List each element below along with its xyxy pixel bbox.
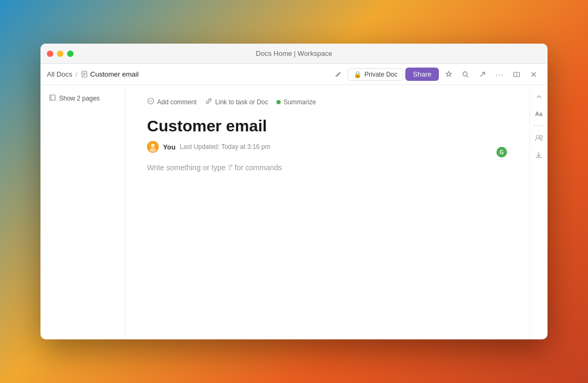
lock-icon: 🔒 bbox=[354, 71, 362, 78]
show-pages-button[interactable]: Show 2 pages bbox=[45, 91, 121, 105]
doc-meta: You Last Updated: Today at 3:16 pm bbox=[147, 141, 504, 153]
show-pages-label: Show 2 pages bbox=[59, 95, 100, 102]
split-view-button[interactable] bbox=[509, 67, 524, 82]
svg-point-4 bbox=[463, 72, 467, 76]
add-comment-label: Add comment bbox=[157, 98, 197, 106]
breadcrumb-current-label: Customer email bbox=[90, 70, 138, 78]
main-content: Show 2 pages Add comment bbox=[40, 85, 548, 339]
doc-area: Add comment Link to task or Doc Summar bbox=[126, 85, 529, 339]
collaborators-button[interactable] bbox=[532, 130, 546, 145]
summarize-action[interactable]: Summarize bbox=[276, 97, 316, 107]
private-doc-button[interactable]: 🔒 Private Doc bbox=[348, 68, 403, 81]
close-traffic-light[interactable] bbox=[47, 51, 53, 57]
summarize-dot-icon bbox=[276, 100, 281, 104]
doc-file-icon bbox=[80, 71, 88, 78]
close-button[interactable] bbox=[526, 67, 541, 82]
search-button[interactable] bbox=[458, 67, 473, 82]
avatar bbox=[147, 141, 159, 153]
right-sidebar-separator bbox=[534, 126, 544, 126]
more-options-button[interactable]: ··· bbox=[492, 67, 507, 82]
link-task-label: Link to task or Doc bbox=[215, 98, 268, 106]
link-icon bbox=[205, 97, 213, 106]
meta-updated: Last Updated: Today at 3:16 pm bbox=[180, 143, 271, 151]
toolbar-actions: 🔒 Private Doc Share ··· bbox=[331, 67, 541, 82]
traffic-lights bbox=[47, 51, 74, 57]
download-button[interactable] bbox=[532, 147, 546, 162]
font-settings-button[interactable]: Aa bbox=[532, 106, 546, 121]
right-sidebar: Aa bbox=[529, 85, 548, 339]
doc-placeholder: Write something or type '/' for commands bbox=[147, 163, 282, 172]
edit-mode-button[interactable] bbox=[331, 67, 346, 82]
doc-toolbar: Add comment Link to task or Doc Summar bbox=[147, 96, 504, 108]
titlebar-title: Docs Home | Workspace bbox=[256, 49, 332, 57]
ai-indicator: G bbox=[496, 147, 507, 157]
add-comment-action[interactable]: Add comment bbox=[147, 96, 197, 108]
svg-point-17 bbox=[536, 135, 540, 138]
svg-point-16 bbox=[150, 148, 156, 152]
comment-icon bbox=[147, 97, 154, 106]
doc-title[interactable]: Customer email bbox=[147, 116, 504, 136]
toolbar: All Docs / Customer email bbox=[40, 64, 548, 85]
svg-point-15 bbox=[151, 144, 155, 147]
titlebar: Docs Home | Workspace bbox=[40, 44, 548, 64]
svg-rect-10 bbox=[50, 95, 55, 101]
export-button[interactable] bbox=[475, 67, 490, 82]
maximize-traffic-light[interactable] bbox=[67, 51, 74, 57]
breadcrumb: All Docs / Customer email bbox=[47, 70, 328, 78]
breadcrumb-parent[interactable]: All Docs bbox=[47, 70, 72, 78]
app-window: Docs Home | Workspace All Docs / Custome… bbox=[40, 44, 548, 339]
left-sidebar: Show 2 pages bbox=[40, 85, 126, 339]
private-doc-label: Private Doc bbox=[364, 71, 397, 78]
meta-author: You bbox=[163, 143, 176, 151]
share-button[interactable]: Share bbox=[405, 68, 439, 81]
more-icon: ··· bbox=[495, 70, 504, 79]
scroll-up-button[interactable] bbox=[532, 89, 546, 104]
ai-indicator-label: G bbox=[500, 149, 504, 155]
font-icon: Aa bbox=[535, 111, 542, 117]
minimize-traffic-light[interactable] bbox=[57, 51, 63, 57]
summarize-label: Summarize bbox=[283, 98, 316, 106]
link-task-action[interactable]: Link to task or Doc bbox=[205, 96, 268, 108]
star-button[interactable] bbox=[441, 67, 456, 82]
breadcrumb-separator: / bbox=[76, 70, 78, 78]
avatar-image bbox=[147, 141, 159, 153]
doc-editor[interactable]: Write something or type '/' for commands bbox=[147, 163, 504, 172]
svg-line-5 bbox=[467, 76, 469, 77]
breadcrumb-current: Customer email bbox=[80, 70, 138, 78]
pages-icon bbox=[49, 94, 56, 103]
svg-point-18 bbox=[540, 136, 542, 138]
